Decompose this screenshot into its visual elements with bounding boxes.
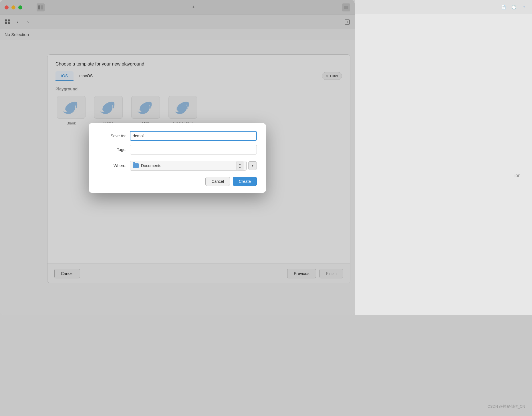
where-row: Where: Documents ▲ ▼ ▾ — [98, 161, 257, 171]
right-panel-toolbar: 📄 🕐 ? — [355, 0, 532, 14]
save-dialog-overlay: Save As: Tags: Where: Documents ▲ — [0, 0, 355, 315]
help-icon[interactable]: ? — [521, 4, 527, 11]
save-dialog: Save As: Tags: Where: Documents ▲ — [89, 123, 266, 193]
xcode-window: + ‹ › — [0, 0, 355, 315]
where-stepper[interactable]: ▲ ▼ — [237, 161, 243, 171]
where-selector[interactable]: Documents ▲ ▼ — [130, 161, 247, 171]
where-label: Where: — [98, 163, 126, 168]
save-as-label: Save As: — [98, 134, 126, 138]
tags-row: Tags: — [98, 145, 257, 154]
save-as-input[interactable] — [130, 131, 257, 141]
dialog-buttons: Cancel Create — [98, 177, 257, 186]
history-icon[interactable]: 🕐 — [510, 4, 517, 11]
tags-label: Tags: — [98, 147, 126, 152]
right-panel: 📄 🕐 ? ion — [355, 0, 532, 315]
where-value: Documents — [141, 163, 161, 168]
watermark: CSDN @神秘创作_CN — [487, 404, 525, 409]
create-button[interactable]: Create — [233, 177, 257, 186]
where-expand-button[interactable]: ▾ — [248, 161, 257, 170]
right-content-text: ion — [515, 173, 521, 178]
folder-icon — [133, 163, 139, 168]
cancel-button[interactable]: Cancel — [205, 177, 230, 186]
save-as-row: Save As: — [98, 131, 257, 141]
doc-icon[interactable]: 📄 — [500, 4, 507, 11]
tags-input[interactable] — [130, 145, 257, 154]
